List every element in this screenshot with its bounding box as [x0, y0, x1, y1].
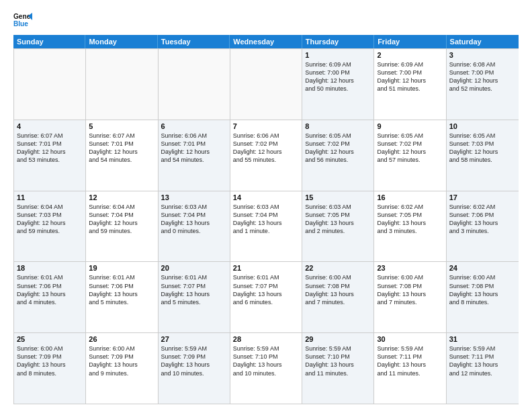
cell-info: Sunrise: 6:07 AM Sunset: 7:01 PM Dayligh… [89, 132, 154, 165]
day-number: 6 [161, 122, 227, 130]
cell-info: Sunrise: 5:59 AM Sunset: 7:10 PM Dayligh… [233, 345, 299, 377]
cell-info: Sunrise: 5:59 AM Sunset: 7:11 PM Dayligh… [449, 345, 516, 377]
day-number: 16 [377, 193, 443, 201]
calendar-cell: 29Sunrise: 5:59 AM Sunset: 7:10 PM Dayli… [302, 333, 374, 404]
cell-info: Sunrise: 6:09 AM Sunset: 7:00 PM Dayligh… [305, 60, 371, 93]
cell-info: Sunrise: 6:03 AM Sunset: 7:04 PM Dayligh… [233, 203, 299, 236]
cell-info: Sunrise: 5:59 AM Sunset: 7:10 PM Dayligh… [305, 345, 371, 377]
cell-info: Sunrise: 6:06 AM Sunset: 7:01 PM Dayligh… [161, 132, 227, 165]
calendar-cell: 31Sunrise: 5:59 AM Sunset: 7:11 PM Dayli… [447, 333, 519, 404]
calendar-cell: 1Sunrise: 6:09 AM Sunset: 7:00 PM Daylig… [302, 49, 374, 120]
day-number: 25 [17, 335, 83, 343]
cell-info: Sunrise: 5:59 AM Sunset: 7:09 PM Dayligh… [161, 345, 227, 377]
calendar-cell: 3Sunrise: 6:08 AM Sunset: 7:00 PM Daylig… [447, 49, 519, 120]
cell-info: Sunrise: 6:06 AM Sunset: 7:02 PM Dayligh… [233, 132, 299, 165]
calendar: SundayMondayTuesdayWednesdayThursdayFrid… [13, 35, 519, 404]
day-number: 23 [377, 264, 443, 272]
logo: General Blue [13, 11, 35, 30]
calendar-cell: 16Sunrise: 6:02 AM Sunset: 7:05 PM Dayli… [374, 191, 446, 262]
calendar-cell: 8Sunrise: 6:05 AM Sunset: 7:02 PM Daylig… [302, 120, 374, 191]
day-number: 19 [89, 264, 154, 272]
day-number: 11 [17, 193, 83, 201]
cell-info: Sunrise: 6:02 AM Sunset: 7:06 PM Dayligh… [449, 203, 516, 236]
calendar-cell: 7Sunrise: 6:06 AM Sunset: 7:02 PM Daylig… [230, 120, 302, 191]
calendar-cell: 17Sunrise: 6:02 AM Sunset: 7:06 PM Dayli… [447, 191, 519, 262]
day-number: 15 [305, 193, 371, 201]
day-number: 17 [449, 193, 516, 201]
cell-info: Sunrise: 6:00 AM Sunset: 7:08 PM Dayligh… [449, 273, 516, 306]
calendar-cell [230, 49, 302, 120]
day-number: 2 [377, 51, 443, 59]
calendar-cell: 23Sunrise: 6:00 AM Sunset: 7:08 PM Dayli… [374, 262, 446, 332]
day-number: 7 [233, 122, 299, 130]
cell-info: Sunrise: 6:00 AM Sunset: 7:09 PM Dayligh… [89, 345, 154, 377]
day-number: 24 [449, 264, 516, 272]
calendar-header: SundayMondayTuesdayWednesdayThursdayFrid… [13, 35, 519, 48]
day-number: 20 [161, 264, 227, 272]
calendar-cell: 21Sunrise: 6:01 AM Sunset: 7:07 PM Dayli… [230, 262, 302, 332]
calendar-cell: 19Sunrise: 6:01 AM Sunset: 7:06 PM Dayli… [86, 262, 158, 332]
calendar-cell: 25Sunrise: 6:00 AM Sunset: 7:09 PM Dayli… [14, 333, 86, 404]
calendar-body: 1Sunrise: 6:09 AM Sunset: 7:00 PM Daylig… [13, 48, 519, 404]
cell-info: Sunrise: 6:07 AM Sunset: 7:01 PM Dayligh… [17, 132, 83, 165]
svg-text:Blue: Blue [13, 20, 28, 28]
day-number: 18 [17, 264, 83, 272]
day-number: 10 [449, 122, 516, 130]
cell-info: Sunrise: 6:02 AM Sunset: 7:05 PM Dayligh… [377, 203, 443, 236]
cell-info: Sunrise: 6:05 AM Sunset: 7:02 PM Dayligh… [377, 132, 443, 165]
header-day-tuesday: Tuesday [158, 35, 230, 48]
cell-info: Sunrise: 6:00 AM Sunset: 7:09 PM Dayligh… [17, 345, 83, 377]
calendar-cell [14, 49, 86, 120]
cell-info: Sunrise: 6:01 AM Sunset: 7:07 PM Dayligh… [233, 273, 299, 306]
cell-info: Sunrise: 6:09 AM Sunset: 7:00 PM Dayligh… [377, 60, 443, 93]
header: General Blue [13, 11, 519, 30]
calendar-week-5: 25Sunrise: 6:00 AM Sunset: 7:09 PM Dayli… [14, 332, 519, 404]
cell-info: Sunrise: 6:00 AM Sunset: 7:08 PM Dayligh… [305, 273, 371, 306]
page: General Blue SundayMondayTuesdayWednesda… [0, 0, 532, 411]
header-day-wednesday: Wednesday [230, 35, 302, 48]
calendar-cell: 14Sunrise: 6:03 AM Sunset: 7:04 PM Dayli… [230, 191, 302, 262]
header-day-monday: Monday [85, 35, 157, 48]
cell-info: Sunrise: 6:03 AM Sunset: 7:05 PM Dayligh… [305, 203, 371, 236]
day-number: 9 [377, 122, 443, 130]
cell-info: Sunrise: 6:01 AM Sunset: 7:07 PM Dayligh… [161, 273, 227, 306]
day-number: 22 [305, 264, 371, 272]
header-day-sunday: Sunday [13, 35, 85, 48]
day-number: 4 [17, 122, 83, 130]
calendar-cell: 12Sunrise: 6:04 AM Sunset: 7:04 PM Dayli… [86, 191, 158, 262]
calendar-cell: 20Sunrise: 6:01 AM Sunset: 7:07 PM Dayli… [159, 262, 230, 332]
calendar-cell: 5Sunrise: 6:07 AM Sunset: 7:01 PM Daylig… [86, 120, 158, 191]
calendar-cell: 27Sunrise: 5:59 AM Sunset: 7:09 PM Dayli… [159, 333, 230, 404]
calendar-cell: 9Sunrise: 6:05 AM Sunset: 7:02 PM Daylig… [374, 120, 446, 191]
header-day-thursday: Thursday [302, 35, 374, 48]
calendar-cell: 13Sunrise: 6:03 AM Sunset: 7:04 PM Dayli… [159, 191, 230, 262]
day-number: 5 [89, 122, 154, 130]
day-number: 31 [449, 335, 516, 343]
day-number: 8 [305, 122, 371, 130]
day-number: 13 [161, 193, 227, 201]
day-number: 3 [449, 51, 516, 59]
day-number: 28 [233, 335, 299, 343]
day-number: 30 [377, 335, 443, 343]
calendar-cell [159, 49, 230, 120]
calendar-cell: 10Sunrise: 6:05 AM Sunset: 7:03 PM Dayli… [447, 120, 519, 191]
calendar-cell: 18Sunrise: 6:01 AM Sunset: 7:06 PM Dayli… [14, 262, 86, 332]
calendar-cell: 4Sunrise: 6:07 AM Sunset: 7:01 PM Daylig… [14, 120, 86, 191]
day-number: 26 [89, 335, 154, 343]
calendar-week-3: 11Sunrise: 6:04 AM Sunset: 7:03 PM Dayli… [14, 191, 519, 262]
calendar-cell: 22Sunrise: 6:00 AM Sunset: 7:08 PM Dayli… [302, 262, 374, 332]
cell-info: Sunrise: 5:59 AM Sunset: 7:11 PM Dayligh… [377, 345, 443, 377]
cell-info: Sunrise: 6:08 AM Sunset: 7:00 PM Dayligh… [449, 60, 516, 93]
calendar-cell: 6Sunrise: 6:06 AM Sunset: 7:01 PM Daylig… [159, 120, 230, 191]
cell-info: Sunrise: 6:04 AM Sunset: 7:03 PM Dayligh… [17, 203, 83, 236]
cell-info: Sunrise: 6:03 AM Sunset: 7:04 PM Dayligh… [161, 203, 227, 236]
calendar-cell: 2Sunrise: 6:09 AM Sunset: 7:00 PM Daylig… [374, 49, 446, 120]
calendar-cell: 15Sunrise: 6:03 AM Sunset: 7:05 PM Dayli… [302, 191, 374, 262]
cell-info: Sunrise: 6:04 AM Sunset: 7:04 PM Dayligh… [89, 203, 154, 236]
calendar-week-1: 1Sunrise: 6:09 AM Sunset: 7:00 PM Daylig… [14, 48, 519, 120]
header-day-friday: Friday [374, 35, 446, 48]
calendar-cell: 28Sunrise: 5:59 AM Sunset: 7:10 PM Dayli… [230, 333, 302, 404]
calendar-cell: 24Sunrise: 6:00 AM Sunset: 7:08 PM Dayli… [447, 262, 519, 332]
calendar-cell: 26Sunrise: 6:00 AM Sunset: 7:09 PM Dayli… [86, 333, 158, 404]
day-number: 27 [161, 335, 227, 343]
